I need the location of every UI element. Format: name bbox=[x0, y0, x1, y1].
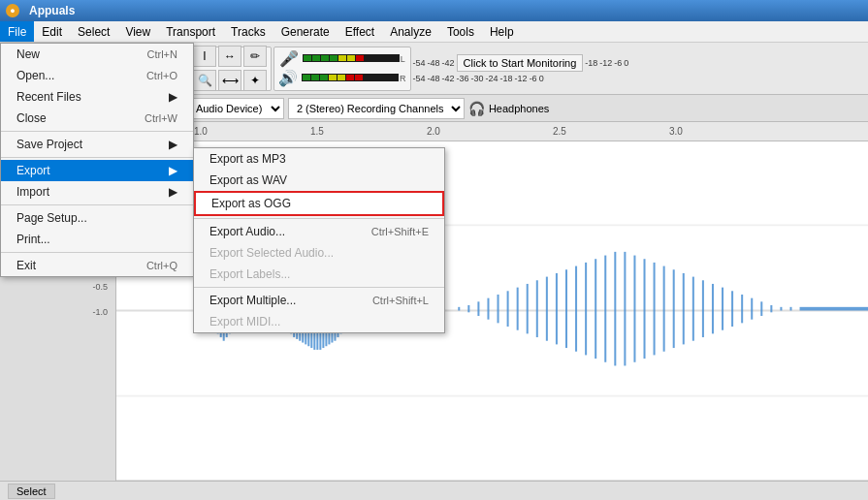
menu-export[interactable]: Export ▶ bbox=[1, 160, 193, 181]
draw-tool[interactable]: ✏ bbox=[243, 46, 267, 67]
menu-exit[interactable]: Exit Ctrl+Q bbox=[1, 255, 193, 276]
svg-rect-74 bbox=[536, 280, 538, 337]
select-tool[interactable]: ↔ bbox=[218, 46, 241, 67]
svg-rect-75 bbox=[546, 277, 548, 341]
headphones-icon: 🎧 bbox=[468, 101, 485, 116]
svg-rect-72 bbox=[517, 288, 519, 330]
mic-icon: 🎤 bbox=[279, 49, 299, 68]
svg-rect-70 bbox=[498, 295, 499, 323]
menu-tools[interactable]: Tools bbox=[439, 21, 482, 42]
export-selected: Export Selected Audio... bbox=[194, 242, 444, 264]
sep4 bbox=[1, 252, 193, 253]
svg-rect-77 bbox=[565, 269, 567, 348]
svg-rect-82 bbox=[614, 252, 616, 366]
select-tool-status[interactable]: Select bbox=[8, 484, 55, 499]
export-labels: Export Labels... bbox=[194, 264, 444, 285]
svg-rect-95 bbox=[741, 295, 743, 323]
scale-low: -0.5 bbox=[4, 282, 108, 292]
svg-rect-68 bbox=[477, 301, 479, 316]
timeline-2.5: 2.5 bbox=[553, 126, 566, 137]
svg-rect-89 bbox=[683, 273, 685, 344]
timeline-2.0: 2.0 bbox=[427, 126, 440, 137]
menu-analyze[interactable]: Analyze bbox=[382, 21, 439, 42]
zoom-tool[interactable]: 🔍 bbox=[193, 70, 216, 91]
multi-tool[interactable]: ✦ bbox=[243, 70, 267, 91]
svg-rect-97 bbox=[760, 301, 762, 316]
svg-rect-78 bbox=[575, 266, 577, 352]
svg-rect-73 bbox=[527, 284, 529, 333]
export-multiple[interactable]: Export Multiple... Ctrl+Shift+L bbox=[194, 290, 444, 311]
timeline-1.0: 1.0 bbox=[194, 126, 208, 137]
menu-transport[interactable]: Transport bbox=[158, 21, 223, 42]
menu-select[interactable]: Select bbox=[70, 21, 117, 42]
menu-view[interactable]: View bbox=[117, 21, 158, 42]
sep3 bbox=[1, 204, 193, 205]
channels-select[interactable]: 2 (Stereo) Recording Channels bbox=[288, 98, 465, 119]
export-midi: Export MIDI... bbox=[194, 311, 444, 332]
svg-rect-87 bbox=[663, 266, 665, 352]
svg-rect-79 bbox=[585, 263, 587, 356]
svg-rect-81 bbox=[604, 256, 606, 362]
svg-rect-93 bbox=[722, 288, 723, 330]
status-bar: Select bbox=[0, 481, 868, 500]
menu-import[interactable]: Import ▶ bbox=[1, 181, 193, 203]
menu-file[interactable]: File bbox=[0, 21, 34, 42]
svg-rect-84 bbox=[633, 256, 635, 362]
menu-edit[interactable]: Edit bbox=[34, 21, 70, 42]
menu-close[interactable]: Close Ctrl+W bbox=[1, 108, 193, 129]
menu-print[interactable]: Print... bbox=[1, 229, 193, 250]
svg-rect-98 bbox=[770, 305, 772, 312]
monitor-button[interactable]: Click to Start Monitoring bbox=[457, 54, 584, 72]
menu-bar: File Edit Select View Transport Tracks G… bbox=[0, 21, 868, 43]
cursor-tool[interactable]: I bbox=[193, 46, 216, 67]
menu-page-setup[interactable]: Page Setup... bbox=[1, 207, 193, 229]
menu-open[interactable]: Open... Ctrl+O bbox=[1, 65, 193, 86]
svg-rect-71 bbox=[507, 291, 509, 327]
svg-rect-100 bbox=[789, 307, 791, 311]
svg-rect-99 bbox=[780, 307, 782, 311]
svg-rect-69 bbox=[487, 298, 489, 320]
svg-rect-80 bbox=[595, 259, 596, 359]
watermark: wsxdn.com bbox=[807, 465, 860, 477]
export-mp3[interactable]: Export as MP3 bbox=[194, 148, 444, 170]
svg-rect-96 bbox=[751, 298, 753, 320]
svg-rect-83 bbox=[624, 252, 626, 366]
time-tool[interactable]: ⟷ bbox=[218, 70, 241, 91]
app-title: Appuals bbox=[29, 4, 75, 17]
title-bar: ● Appuals bbox=[0, 0, 868, 21]
timeline-3.0: 3.0 bbox=[669, 126, 683, 137]
menu-help[interactable]: Help bbox=[482, 21, 522, 42]
svg-rect-88 bbox=[673, 269, 675, 348]
svg-rect-85 bbox=[644, 259, 646, 359]
svg-rect-76 bbox=[556, 273, 558, 344]
sep-export1 bbox=[194, 218, 444, 219]
speaker-icon: 🔊 bbox=[278, 69, 298, 87]
svg-rect-94 bbox=[731, 291, 733, 327]
export-wav[interactable]: Export as WAV bbox=[194, 170, 444, 191]
export-audio[interactable]: Export Audio... Ctrl+Shift+E bbox=[194, 221, 444, 242]
file-menu: New Ctrl+N Open... Ctrl+O Recent Files ▶… bbox=[0, 43, 194, 277]
app-icon: ● bbox=[6, 4, 19, 17]
timeline-ruler: 1.0 1.5 2.0 2.5 3.0 bbox=[116, 122, 868, 141]
menu-recent[interactable]: Recent Files ▶ bbox=[1, 86, 193, 108]
svg-rect-67 bbox=[467, 305, 469, 312]
svg-rect-92 bbox=[712, 284, 714, 333]
menu-generate[interactable]: Generate bbox=[273, 21, 338, 42]
menu-tracks[interactable]: Tracks bbox=[223, 21, 273, 42]
timeline-1.5: 1.5 bbox=[310, 126, 324, 137]
export-ogg[interactable]: Export as OGG bbox=[194, 191, 444, 216]
menu-save-project[interactable]: Save Project ▶ bbox=[1, 134, 193, 155]
svg-rect-66 bbox=[458, 307, 460, 311]
svg-rect-86 bbox=[654, 263, 656, 356]
headphones-label: Headphones bbox=[489, 103, 549, 114]
export-submenu: Export as MP3 Export as WAV Export as OG… bbox=[193, 147, 445, 333]
sep2 bbox=[1, 157, 193, 158]
menu-new[interactable]: New Ctrl+N bbox=[1, 44, 193, 65]
menu-effect[interactable]: Effect bbox=[338, 21, 382, 42]
svg-rect-90 bbox=[692, 277, 694, 341]
scale-bottom: -1.0 bbox=[4, 307, 108, 317]
svg-rect-91 bbox=[702, 280, 704, 337]
sep-export2 bbox=[194, 287, 444, 288]
tools-group: I ↔ ✏ 🔍 ⟷ ✦ bbox=[188, 47, 272, 91]
mic-group: 🎤 L 🔊 bbox=[273, 47, 411, 91]
